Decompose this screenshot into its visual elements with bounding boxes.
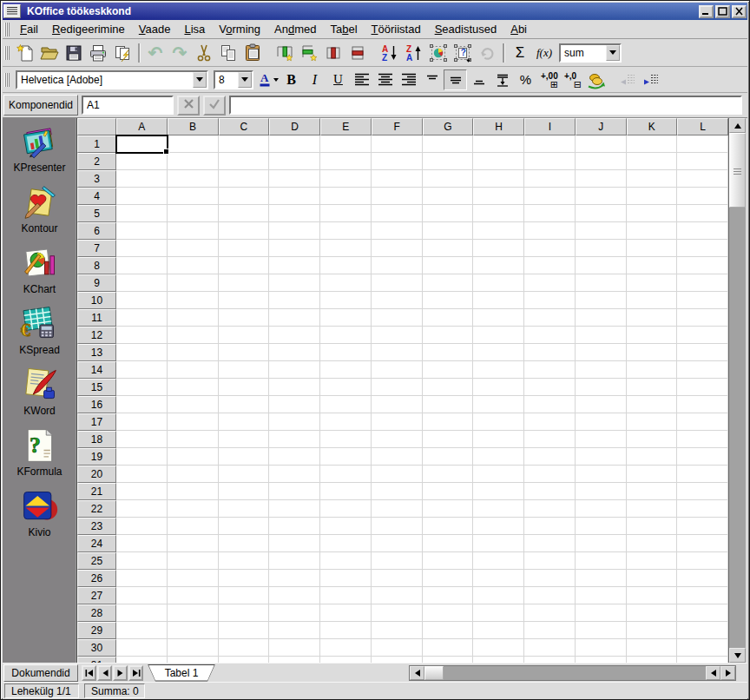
cell-D24[interactable] bbox=[269, 535, 320, 552]
cell-E30[interactable] bbox=[320, 639, 372, 657]
cell-A22[interactable] bbox=[116, 500, 168, 518]
row-header-10[interactable]: 10 bbox=[77, 292, 116, 309]
cell-D1[interactable] bbox=[269, 135, 320, 153]
column-header-L[interactable]: L bbox=[677, 118, 728, 135]
cell-C17[interactable] bbox=[219, 413, 270, 431]
cell-K4[interactable] bbox=[627, 188, 678, 205]
cell-A9[interactable] bbox=[116, 274, 168, 292]
row-header-31[interactable]: 31 bbox=[77, 657, 116, 663]
cell-A6[interactable] bbox=[116, 222, 168, 240]
cell-A10[interactable] bbox=[116, 292, 168, 309]
cell-E18[interactable] bbox=[320, 431, 372, 448]
cell-D2[interactable] bbox=[269, 153, 320, 170]
cell-D9[interactable] bbox=[269, 274, 320, 292]
cell-K17[interactable] bbox=[627, 413, 678, 431]
italic-button[interactable]: I bbox=[303, 69, 326, 90]
cell-A23[interactable] bbox=[116, 518, 168, 535]
cell-D5[interactable] bbox=[269, 205, 320, 222]
selected-cell-indicator[interactable] bbox=[115, 135, 168, 154]
indent-increase-button[interactable] bbox=[639, 69, 662, 90]
row-header-19[interactable]: 19 bbox=[77, 448, 116, 466]
undo-button[interactable]: ↶ bbox=[143, 42, 168, 64]
cell-D7[interactable] bbox=[269, 240, 320, 257]
cell-B8[interactable] bbox=[168, 257, 219, 274]
cell-K29[interactable] bbox=[627, 622, 678, 639]
cell-G4[interactable] bbox=[423, 188, 474, 205]
cell-E15[interactable] bbox=[320, 379, 372, 396]
sheet-tab-tabel1[interactable]: Tabel 1 bbox=[148, 664, 215, 682]
cell-H26[interactable] bbox=[473, 570, 524, 587]
cell-D23[interactable] bbox=[269, 518, 320, 535]
print-preview-button[interactable] bbox=[110, 42, 135, 64]
font-size-combo[interactable]: 8 bbox=[214, 70, 253, 89]
cell-D21[interactable] bbox=[269, 483, 320, 500]
cell-A27[interactable] bbox=[116, 587, 168, 604]
cell-J18[interactable] bbox=[576, 431, 627, 448]
cell-I3[interactable] bbox=[524, 170, 576, 188]
cell-J1[interactable] bbox=[576, 135, 627, 153]
cell-J12[interactable] bbox=[576, 327, 627, 344]
cell-A5[interactable] bbox=[116, 205, 168, 222]
scroll-up-button[interactable] bbox=[729, 118, 746, 133]
cell-H29[interactable] bbox=[473, 622, 524, 639]
sort-ascending-button[interactable]: AZ bbox=[378, 42, 402, 64]
row-header-27[interactable]: 27 bbox=[77, 587, 116, 604]
menu-abi[interactable]: Abi bbox=[503, 21, 534, 37]
next-sheet-button[interactable] bbox=[113, 665, 128, 681]
cell-C6[interactable] bbox=[219, 222, 270, 240]
cell-F19[interactable] bbox=[372, 448, 423, 466]
cell-I14[interactable] bbox=[524, 361, 576, 379]
cell-G12[interactable] bbox=[423, 327, 474, 344]
cell-G1[interactable] bbox=[423, 135, 474, 153]
cell-F24[interactable] bbox=[372, 535, 423, 552]
cell-A11[interactable] bbox=[116, 309, 168, 327]
valign-middle-button[interactable] bbox=[444, 69, 467, 90]
cell-H11[interactable] bbox=[473, 309, 524, 327]
cell-reference-input[interactable] bbox=[82, 96, 174, 115]
menu-andmed[interactable]: Andmed bbox=[267, 21, 323, 37]
cell-J25[interactable] bbox=[576, 552, 627, 570]
row-header-20[interactable]: 20 bbox=[77, 466, 116, 483]
cell-F2[interactable] bbox=[372, 153, 423, 170]
cell-J9[interactable] bbox=[576, 274, 627, 292]
cell-B11[interactable] bbox=[168, 309, 219, 327]
cell-D15[interactable] bbox=[269, 379, 320, 396]
cell-C14[interactable] bbox=[219, 361, 270, 379]
cell-D20[interactable] bbox=[269, 466, 320, 483]
cell-E23[interactable] bbox=[320, 518, 372, 535]
cell-L21[interactable] bbox=[677, 483, 728, 500]
sidebar-item-kspread[interactable]: €KSpread bbox=[19, 305, 60, 356]
cell-L30[interactable] bbox=[677, 639, 728, 657]
cell-A31[interactable] bbox=[116, 657, 168, 663]
cell-K12[interactable] bbox=[627, 327, 678, 344]
cell-I2[interactable] bbox=[524, 153, 576, 170]
cell-I21[interactable] bbox=[524, 483, 576, 500]
insert-row-button[interactable] bbox=[297, 42, 321, 64]
column-header-C[interactable]: C bbox=[219, 118, 270, 135]
cell-C30[interactable] bbox=[219, 639, 270, 657]
cell-B13[interactable] bbox=[168, 344, 219, 361]
dropdown-arrow-button[interactable] bbox=[606, 45, 620, 61]
cell-B24[interactable] bbox=[168, 535, 219, 552]
cell-D30[interactable] bbox=[269, 639, 320, 657]
cell-E31[interactable] bbox=[320, 657, 372, 663]
column-header-A[interactable]: A bbox=[116, 118, 168, 135]
new-document-button[interactable] bbox=[13, 42, 37, 64]
cell-H27[interactable] bbox=[473, 587, 524, 604]
cell-B12[interactable] bbox=[168, 327, 219, 344]
cell-B17[interactable] bbox=[168, 413, 219, 431]
cell-J27[interactable] bbox=[576, 587, 627, 604]
cell-I28[interactable] bbox=[524, 604, 576, 622]
cell-G30[interactable] bbox=[423, 639, 474, 657]
cell-C18[interactable] bbox=[219, 431, 270, 448]
sum-button[interactable]: Σ bbox=[508, 42, 532, 64]
cell-D10[interactable] bbox=[269, 292, 320, 309]
cell-E19[interactable] bbox=[320, 448, 372, 466]
cell-J21[interactable] bbox=[576, 483, 627, 500]
cell-I8[interactable] bbox=[524, 257, 576, 274]
cell-D16[interactable] bbox=[269, 396, 320, 413]
row-header-12[interactable]: 12 bbox=[77, 327, 116, 344]
cell-F1[interactable] bbox=[372, 135, 423, 153]
accept-formula-button[interactable] bbox=[203, 96, 226, 116]
cell-I27[interactable] bbox=[524, 587, 576, 604]
